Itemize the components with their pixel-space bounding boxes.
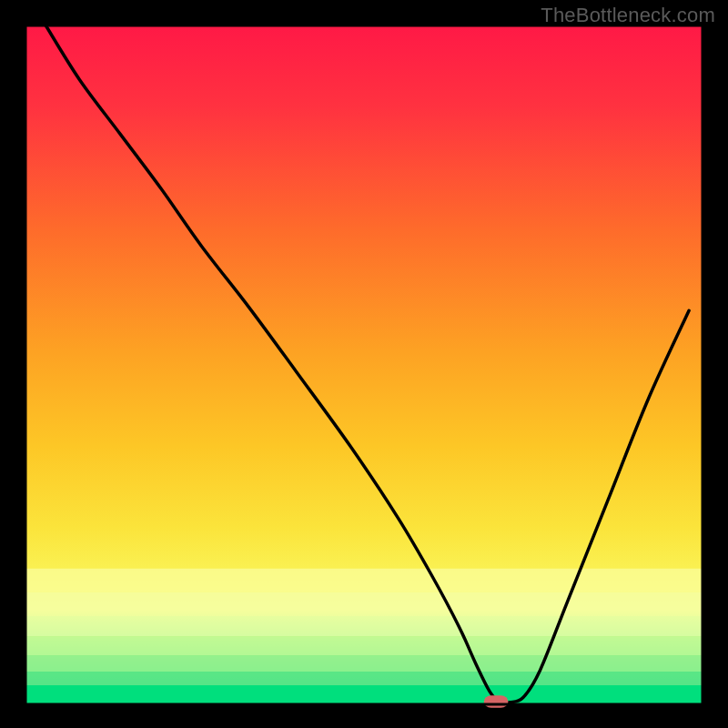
svg-rect-2 (25, 616, 703, 636)
svg-rect-1 (25, 592, 703, 616)
svg-rect-6 (25, 685, 703, 704)
svg-rect-0 (25, 569, 703, 592)
bottleneck-chart (0, 0, 728, 728)
green-base-strip (25, 569, 703, 704)
svg-rect-5 (25, 672, 703, 685)
watermark-label: TheBottleneck.com (541, 4, 715, 27)
svg-rect-3 (25, 636, 703, 655)
svg-rect-4 (25, 655, 703, 672)
optimal-point-marker (484, 695, 509, 707)
